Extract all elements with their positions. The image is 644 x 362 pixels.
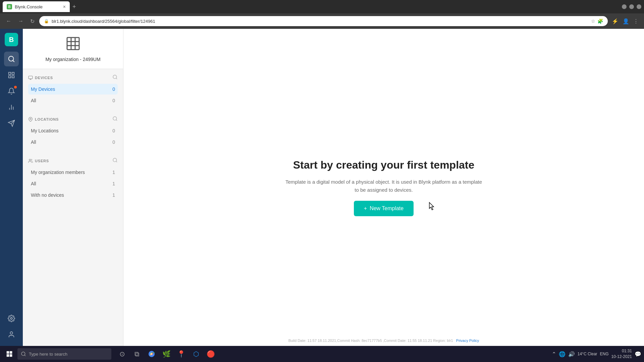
notification-center-button[interactable]: 💬 — [635, 351, 641, 357]
taskbar-cortana[interactable]: ⊙ — [115, 347, 129, 361]
address-bar-row: ← → ↻ 🔒 blr1.blynk.cloud/dashboard/25564… — [0, 13, 644, 29]
settings-icon — [8, 315, 15, 322]
toolbar-icons: ⚡ 👤 ⋮ — [610, 17, 640, 26]
svg-point-20 — [113, 117, 117, 120]
svg-point-12 — [10, 332, 12, 334]
back-button[interactable]: ← — [4, 17, 13, 25]
users-section: USERS My organization members 1 All 1 Wi… — [23, 152, 123, 201]
locations-search-button[interactable] — [112, 116, 118, 123]
tab-close-button[interactable]: × — [63, 4, 66, 9]
new-tab-button[interactable]: + — [72, 3, 76, 10]
no-devices-label: With no devices — [31, 192, 64, 198]
nav-send-item[interactable] — [4, 116, 19, 131]
svg-line-18 — [116, 78, 117, 79]
main-center: Start by creating your first template Te… — [283, 159, 484, 216]
taskbar-search[interactable]: Type here to search — [17, 348, 111, 360]
new-template-button[interactable]: + New Template — [354, 201, 414, 216]
bar-chart-icon — [8, 104, 15, 111]
footer-bar: Build Date: 11:57 18.11.2021,Commit Hash… — [123, 339, 644, 343]
menu-button[interactable]: ⋮ — [632, 17, 640, 26]
org-members-count: 1 — [112, 170, 115, 175]
svg-rect-4 — [9, 76, 11, 78]
users-search-icon — [112, 158, 118, 163]
browser-tab[interactable]: B Blynk.Console × — [3, 1, 70, 12]
sidebar-item-all-devices[interactable]: All 0 — [28, 95, 118, 106]
star-icon[interactable]: ☆ — [591, 18, 595, 24]
taskbar-app4[interactable]: ⬡ — [189, 347, 203, 361]
svg-line-30 — [24, 355, 25, 356]
taskbar-up-arrow[interactable]: ⌃ — [552, 351, 556, 357]
devices-section-icon — [28, 75, 33, 80]
svg-line-24 — [116, 161, 117, 162]
locations-section: LOCATIONS My Locations 0 All 0 — [23, 111, 123, 148]
building-icon — [65, 36, 81, 52]
org-members-label: My organization members — [31, 170, 85, 175]
sidebar-item-all-users[interactable]: All 1 — [28, 178, 118, 189]
main-content: Start by creating your first template Te… — [123, 29, 644, 346]
nav-notifications-item[interactable] — [4, 84, 19, 99]
nav-profile-item[interactable] — [4, 327, 19, 342]
svg-rect-27 — [7, 354, 9, 357]
nav-rail: B — [0, 29, 23, 346]
extension-icon[interactable]: 🧩 — [597, 18, 603, 24]
taskbar-clock[interactable]: 01:31 10-12-2021 — [611, 348, 632, 360]
devices-search-button[interactable] — [112, 74, 118, 81]
taskbar-app5[interactable]: 🔴 — [204, 347, 217, 361]
address-bar[interactable]: 🔒 blr1.blynk.cloud/dashboard/25564/globa… — [39, 16, 608, 26]
taskbar-search-placeholder: Type here to search — [29, 352, 67, 357]
maximize-button[interactable] — [629, 4, 634, 9]
address-bar-icons: ☆ 🧩 — [591, 18, 603, 24]
svg-rect-26 — [10, 351, 12, 354]
taskbar-date: 10-12-2021 — [611, 354, 632, 360]
grid-icon — [8, 71, 15, 79]
sidebar-item-no-devices[interactable]: With no devices 1 — [28, 190, 118, 200]
nav-analytics-item[interactable] — [4, 100, 19, 115]
nav-dashboard-item[interactable] — [4, 68, 19, 82]
users-search-button[interactable] — [112, 158, 118, 164]
new-template-btn-label: New Template — [370, 205, 404, 212]
sidebar-item-org-members[interactable]: My organization members 1 — [28, 167, 118, 178]
org-header: My organization - 2499UM — [23, 29, 123, 69]
taskbar-app2[interactable]: 🌿 — [160, 347, 173, 361]
profile-button[interactable]: 👤 — [621, 17, 631, 26]
reload-button[interactable]: ↻ — [28, 17, 37, 26]
chrome-icon — [148, 350, 155, 358]
devices-section: DEVICES My Devices 0 All 0 — [23, 69, 123, 107]
minimize-button[interactable] — [622, 4, 627, 9]
nav-settings-item[interactable] — [4, 311, 19, 326]
taskbar-apps: ⊙ ⧉ 🌿 📍 ⬡ 🔴 — [115, 347, 217, 361]
taskbar-language: ENG — [600, 352, 609, 356]
extensions-button[interactable]: ⚡ — [610, 17, 620, 26]
location-section-icon — [28, 117, 33, 122]
svg-point-11 — [10, 317, 12, 319]
taskbar-volume[interactable]: 🔊 — [568, 351, 575, 357]
locations-section-header: LOCATIONS — [28, 116, 118, 123]
nav-search-item[interactable] — [4, 52, 19, 66]
start-button[interactable] — [3, 347, 16, 361]
sidebar-item-all-locations[interactable]: All 0 — [28, 137, 118, 147]
privacy-policy-link[interactable]: Privacy Policy — [456, 339, 479, 343]
app-layout: B My organization - — [0, 29, 644, 346]
locations-search-icon — [112, 116, 118, 121]
taskbar-network[interactable]: 🌐 — [559, 351, 566, 357]
taskbar-app3[interactable]: 📍 — [174, 347, 188, 361]
org-name: My organization - 2499UM — [45, 57, 100, 62]
svg-rect-13 — [67, 38, 79, 50]
taskbar-chrome[interactable] — [145, 347, 158, 361]
no-devices-count: 1 — [112, 192, 115, 198]
close-window-button[interactable] — [637, 4, 641, 9]
windows-icon — [6, 351, 13, 357]
svg-rect-5 — [12, 76, 14, 78]
taskbar: Type here to search ⊙ ⧉ 🌿 📍 ⬡ 🔴 ⌃ 🌐 🔊 14… — [0, 346, 644, 362]
svg-rect-14 — [29, 76, 33, 79]
bell-icon — [8, 87, 15, 95]
taskbar-taskview[interactable]: ⧉ — [130, 347, 144, 361]
user-icon — [8, 331, 15, 338]
sidebar-item-my-devices[interactable]: My Devices 0 — [28, 84, 118, 95]
forward-button[interactable]: → — [16, 17, 25, 25]
brand-logo[interactable]: B — [5, 33, 18, 46]
devices-section-header: DEVICES — [28, 74, 118, 81]
my-devices-count: 0 — [112, 86, 115, 92]
sidebar-item-my-locations[interactable]: My Locations 0 — [28, 125, 118, 136]
taskbar-weather: 14°C Clear — [578, 352, 597, 356]
